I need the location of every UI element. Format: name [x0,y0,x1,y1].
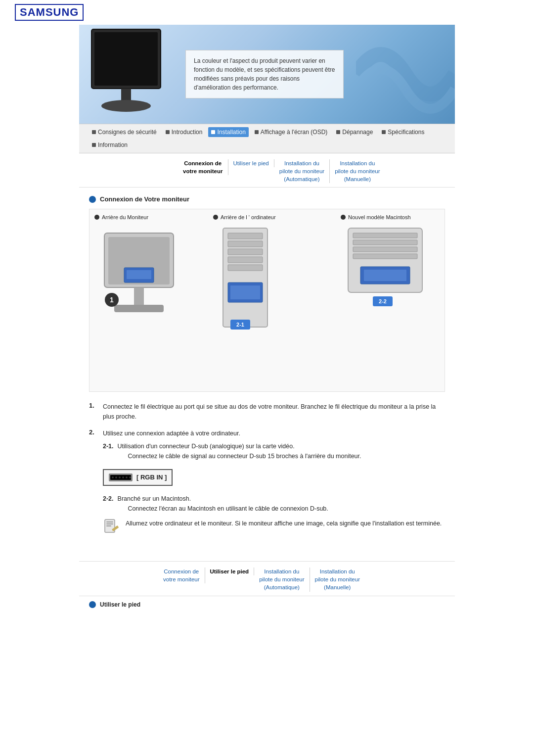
banner-monitor-svg [87,27,166,121]
svg-text:2-1: 2-1 [236,322,244,328]
instruction-sub-2: 2-1. Utilisation d'un connecteur D-sub (… [103,441,442,514]
nav-label-install: Installation [217,129,245,136]
instruction-num-2: 2. [89,428,97,536]
note-icon-svg [103,519,121,536]
main-navbar: Consignes de sécurité Introduction Insta… [79,124,455,153]
svg-point-36 [122,476,124,478]
rgb-in-box: [ RGB IN ] [103,469,173,486]
sub-nav-install-auto[interactable]: Installation dupilote du moniteur(Automa… [274,159,330,183]
svg-rect-17 [228,265,263,271]
svg-rect-28 [364,270,406,281]
diagram-mac-section: Nouvel modèle Macintosh 2-2 [341,214,440,314]
computer-back-dot [213,215,218,220]
macintosh-svg: 2-2 [341,223,430,312]
svg-rect-8 [134,287,144,307]
rgb-in-label: [ RGB IN ] [136,472,167,483]
nav-item-info[interactable]: Information [89,140,131,150]
computer-back-label: Arrière de l ' ordinateur [213,214,331,220]
svg-rect-42 [106,525,111,526]
computer-back-text: Arrière de l ' ordinateur [221,214,276,220]
svg-text:1: 1 [110,296,114,304]
svg-point-34 [115,476,117,478]
instruction-text-1: Connectez le fil électrique au port qui … [103,402,445,422]
nav-item-intro[interactable]: Introduction [163,127,206,137]
instruction-sub-item-2-2: 2-2. Branché sur un Macintosh. Connectez… [103,494,442,514]
nav-dot-specs [382,130,386,134]
bottom-dot [89,601,96,608]
sub-nav-connexion[interactable]: Connexion devotre moniteur [178,159,228,175]
banner-text-box: La couleur et l'aspect du produit peuven… [185,50,344,98]
main-content: Connexion de Votre moniteur Arrière du M… [79,188,455,556]
bottom-sub-nav-pied[interactable]: Utiliser le pied [205,567,255,575]
bottom-sub-nav-connexion[interactable]: Connexion devotre moniteur [158,567,205,583]
sub-navbar-bottom: Connexion devotre moniteur Utiliser le p… [79,561,455,596]
diagram-computer-section: Arrière de l ' ordinateur 2-1 [213,214,331,343]
svg-rect-41 [106,523,113,524]
instruction-sub-item-2-1: 2-1. Utilisation d'un connecteur D-sub (… [103,441,442,461]
mac-model-text: Nouvel modèle Macintosh [348,214,411,220]
sub-navbar-top: Connexion devotre moniteur Utiliser le p… [79,153,455,188]
monitor-back-svg: 1 [94,223,183,352]
section-dot [89,196,96,203]
note-text: Allumez votre ordinateur et le moniteur.… [126,519,442,528]
note-row: Allumez votre ordinateur et le moniteur.… [103,519,442,536]
monitor-back-dot [94,215,99,220]
mac-dot [341,215,346,220]
svg-text:2-2: 2-2 [379,298,387,304]
bottom-sub-nav-connexion-label: Connexion devotre moniteur [163,568,200,582]
section-title-row: Connexion de Votre moniteur [89,195,445,203]
nav-label-debug: Dépannage [342,129,373,136]
sub-nav-install-manual-label: Installation dupilote du moniteur(Manuel… [335,160,380,182]
computer-tower-svg: 2-1 [213,223,277,342]
svg-rect-23 [353,233,417,238]
instruction-text-2-main: Utilisez une connexion adaptée à votre o… [103,428,442,438]
banner-image: La couleur et l'aspect du produit peuven… [79,25,455,124]
bottom-sub-nav-install-auto[interactable]: Installation dupilote du moniteur(Automa… [254,567,310,591]
samsung-logo: SAMSUNG [15,4,84,21]
svg-point-35 [119,476,121,478]
sub-nav-pied[interactable]: Utiliser le pied [228,159,274,167]
svg-point-37 [126,476,128,478]
bottom-label: Utiliser le pied [100,601,140,608]
rgb-connector-icon [109,472,134,483]
bottom-sub-nav-pied-label: Utiliser le pied [210,568,249,574]
monitor-back-text: Arrière du Moniteur [102,214,148,220]
nav-label-info: Information [98,142,128,148]
nav-label-intro: Introduction [172,129,203,136]
svg-rect-15 [228,249,263,255]
instruction-text-1-content: Connectez le fil électrique au port qui … [103,403,436,420]
svg-point-3 [101,100,151,112]
svg-rect-16 [228,257,263,263]
svg-rect-19 [230,285,260,299]
nav-dot-debug [336,130,340,134]
bottom-sub-nav-install-manual[interactable]: Installation dupilote du moniteur(Manuel… [310,567,365,591]
sub-text-2-1: Utilisation d'un connecteur D-sub (analo… [118,441,361,461]
instructions-list: 1. Connectez le fil électrique au port q… [89,402,445,548]
nav-dot-info [92,143,96,147]
nav-label-specs: Spécifications [388,129,424,136]
svg-point-38 [129,476,131,478]
nav-item-specs[interactable]: Spécifications [379,127,427,137]
svg-rect-25 [353,247,417,252]
nav-item-osd[interactable]: Affichage à l'écran (OSD) [252,127,330,137]
banner-wave-decoration [356,25,455,124]
diagram-area: Arrière du Moniteur 1 [89,209,445,392]
svg-rect-13 [228,233,263,239]
mac-model-label: Nouvel modèle Macintosh [341,214,440,220]
svg-rect-9 [114,305,164,312]
sub-nav-pied-label: Utiliser le pied [233,160,269,166]
monitor-back-label: Arrière du Moniteur [94,214,203,220]
nav-label-osd: Affichage à l'écran (OSD) [261,129,327,136]
sub-nav-install-manual[interactable]: Installation dupilote du moniteur(Manuel… [330,159,385,183]
banner-text: La couleur et l'aspect du produit peuven… [194,57,335,91]
nav-item-debug[interactable]: Dépannage [333,127,376,137]
nav-label-security: Consignes de sécurité [98,129,157,136]
nav-dot-security [92,130,96,134]
nav-item-install[interactable]: Installation [208,127,248,137]
rgb-in-container: [ RGB IN ] [103,465,442,490]
nav-item-security[interactable]: Consignes de sécurité [89,127,160,137]
sub-label-2-2: 2-2. [103,494,114,514]
bottom-section: Utiliser le pied [79,596,455,613]
svg-rect-1 [94,32,158,86]
diagram-monitor-section: Arrière du Moniteur 1 [94,214,203,353]
